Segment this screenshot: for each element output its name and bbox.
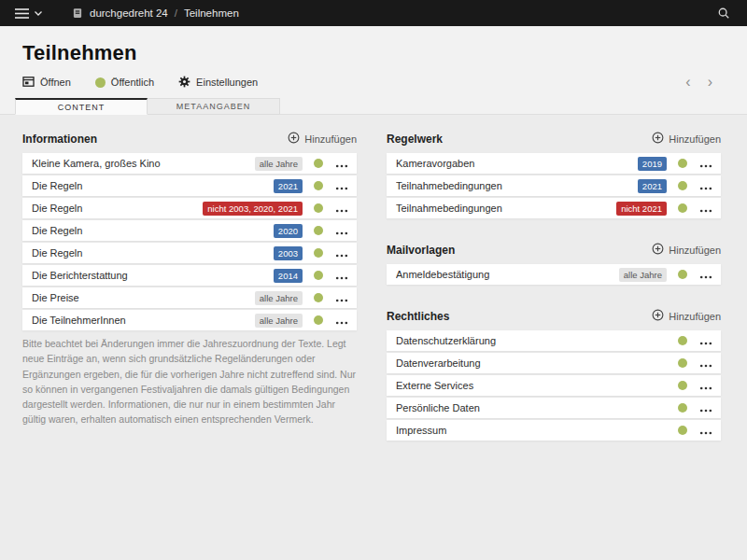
status-button[interactable]: Öffentlich <box>95 77 154 88</box>
options-button[interactable] <box>335 312 348 329</box>
options-button[interactable] <box>335 200 348 217</box>
options-button[interactable] <box>699 399 712 417</box>
status-dot-icon <box>95 77 106 88</box>
options-button[interactable] <box>335 177 348 195</box>
item-badge: alle Jahre <box>255 157 303 171</box>
item-label: Die Preise <box>32 292 255 303</box>
item-label: Die TeilnehmerInnen <box>32 315 255 326</box>
list-item[interactable]: Datenschutzerklärung <box>387 330 721 351</box>
ellipsis-icon <box>699 401 712 415</box>
page-header: Teilnehmen Öffnen Öffentlich Einstellung… <box>0 26 747 115</box>
open-button-label: Öffnen <box>40 77 71 88</box>
section-title: Regelwerk <box>387 133 443 146</box>
list-item[interactable]: Die Berichterstattung2014 <box>22 265 357 286</box>
open-button[interactable]: Öffnen <box>22 76 71 90</box>
breadcrumb-site[interactable]: durchgedreht 24 <box>90 7 168 19</box>
item-badge: alle Jahre <box>255 291 303 305</box>
ellipsis-icon <box>699 379 712 393</box>
list-item[interactable]: Die Regeln2020 <box>22 220 357 241</box>
breadcrumb: durchgedreht 24 / Teilnehmen <box>72 7 239 19</box>
search-button[interactable] <box>715 5 732 21</box>
item-label: Anmeldebestätigung <box>396 269 619 280</box>
list-item[interactable]: Die Regeln2021 <box>22 175 357 196</box>
hamburger-icon <box>15 8 29 19</box>
status-dot <box>678 181 687 190</box>
list-item[interactable]: Die TeilnehmerInnenalle Jahre <box>22 310 357 330</box>
item-badge: alle Jahre <box>619 268 667 282</box>
item-badge: nicht 2003, 2020, 2021 <box>203 202 303 216</box>
list-item[interactable]: Die Preisealle Jahre <box>22 287 357 308</box>
item-label: Die Regeln <box>32 180 274 191</box>
options-button[interactable] <box>335 289 348 307</box>
ellipsis-icon <box>699 268 712 282</box>
item-label: Teilnahmebedingungen <box>396 203 616 214</box>
options-button[interactable] <box>699 155 712 173</box>
options-button[interactable] <box>699 332 712 350</box>
ellipsis-icon <box>699 334 712 348</box>
page-icon <box>72 7 83 19</box>
ellipsis-icon <box>699 357 712 371</box>
main-menu-button[interactable] <box>15 8 42 19</box>
add-button-label: Hinzufügen <box>669 311 721 322</box>
window-icon <box>22 76 35 90</box>
options-button[interactable] <box>335 222 348 240</box>
gear-icon <box>178 76 190 90</box>
add-button[interactable]: Hinzufügen <box>288 132 357 146</box>
list-item[interactable]: Teilnahmebedingungennicht 2021 <box>387 198 721 218</box>
ellipsis-icon <box>699 202 712 216</box>
add-button[interactable]: Hinzufügen <box>652 243 721 257</box>
ellipsis-icon <box>335 314 348 328</box>
tab-metaangaben[interactable]: METAANGABEN <box>148 98 280 115</box>
list-item[interactable]: Persönliche Daten <box>387 398 721 418</box>
add-button[interactable]: Hinzufügen <box>652 132 721 146</box>
list-item[interactable]: Anmeldebestätigungalle Jahre <box>387 264 721 285</box>
item-label: Kleine Kamera, großes Kino <box>32 158 255 169</box>
chevron-down-icon <box>35 11 42 16</box>
settings-button[interactable]: Einstellungen <box>178 76 258 90</box>
list-item[interactable]: Teilnahmebedingungen2021 <box>387 175 721 196</box>
options-button[interactable] <box>699 177 712 195</box>
status-dot <box>678 381 687 390</box>
list-item[interactable]: Kameravorgaben2019 <box>387 153 721 174</box>
status-dot <box>678 403 687 413</box>
item-label: Die Regeln <box>32 203 203 214</box>
item-badge: alle Jahre <box>255 314 303 328</box>
list-item[interactable]: Die Regelnnicht 2003, 2020, 2021 <box>22 198 357 218</box>
item-label: Datenschutzerklärung <box>396 335 678 346</box>
settings-button-label: Einstellungen <box>196 77 258 88</box>
status-dot <box>678 159 687 168</box>
next-page-button[interactable]: › <box>699 74 721 91</box>
page-title: Teilnehmen <box>22 41 721 65</box>
item-badge: 2014 <box>274 269 303 283</box>
item-label: Datenverarbeitung <box>396 357 678 369</box>
add-button[interactable]: Hinzufügen <box>652 309 721 323</box>
ellipsis-icon <box>335 179 348 193</box>
options-button[interactable] <box>699 422 712 440</box>
options-button[interactable] <box>335 267 348 285</box>
options-button[interactable] <box>699 355 712 372</box>
item-badge: 2019 <box>638 157 667 171</box>
list-item[interactable]: Kleine Kamera, großes Kinoalle Jahre <box>22 153 357 174</box>
prev-page-button[interactable]: ‹ <box>677 74 698 91</box>
item-label: Die Regeln <box>32 247 274 259</box>
list-item[interactable]: Datenverarbeitung <box>387 353 721 373</box>
options-button[interactable] <box>335 245 348 262</box>
options-button[interactable] <box>335 155 348 173</box>
list-item[interactable]: Die Regeln2003 <box>22 243 357 263</box>
options-button[interactable] <box>699 266 712 284</box>
status-button-label: Öffentlich <box>111 77 154 88</box>
list-item[interactable]: Externe Services <box>387 375 721 396</box>
tab-content[interactable]: CONTENT <box>15 98 148 115</box>
add-icon <box>652 132 664 146</box>
options-button[interactable] <box>699 200 712 217</box>
breadcrumb-page[interactable]: Teilnehmen <box>184 7 239 19</box>
section-rechtliches: RechtlichesHinzufügenDatenschutzerklärun… <box>387 309 721 441</box>
ellipsis-icon <box>335 224 348 238</box>
list-item[interactable]: Impressum <box>387 420 721 441</box>
item-label: Externe Services <box>396 380 678 391</box>
status-dot <box>314 248 323 258</box>
status-dot <box>314 293 323 302</box>
search-icon <box>717 7 730 20</box>
ellipsis-icon <box>335 202 348 216</box>
options-button[interactable] <box>699 377 712 395</box>
